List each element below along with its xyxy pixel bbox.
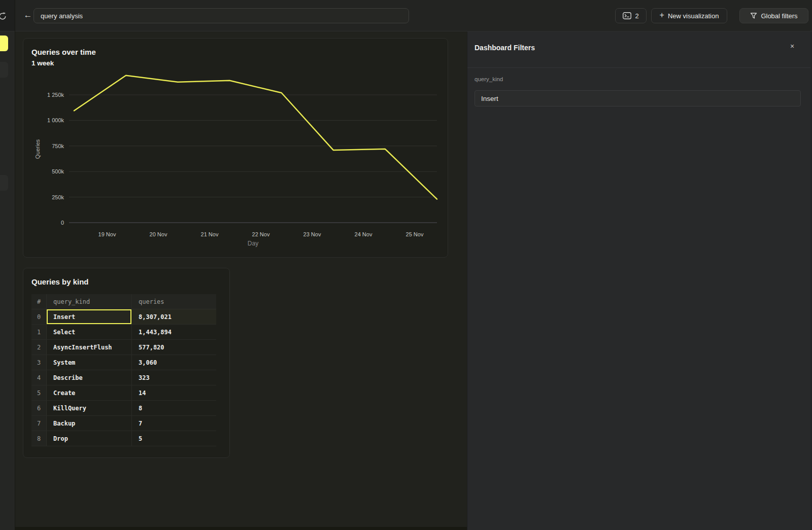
cell-queries[interactable]: 14 [132, 385, 216, 400]
chart-title: Queries over time [31, 48, 96, 56]
cell-query-kind[interactable]: KillQuery [47, 401, 132, 415]
x-tick-label: 23 Nov [303, 231, 321, 237]
cell-query-kind[interactable]: Select [47, 325, 132, 339]
filters-panel-title: Dashboard Filters [475, 44, 535, 52]
plus-icon: + [660, 11, 664, 19]
cell-query-kind[interactable]: Describe [47, 370, 132, 385]
console-count: 2 [635, 12, 638, 20]
cell-query-kind[interactable]: Insert [47, 309, 132, 324]
queries-by-kind-card: Queries by kind #query_kindqueries0Inser… [23, 268, 230, 458]
x-tick-label: 22 Nov [252, 231, 270, 237]
x-tick-label: 19 Nov [98, 231, 116, 237]
queries-over-time-chart: 0250k500k750k1 000k1 250k19 Nov20 Nov21 … [23, 39, 449, 258]
cell-row-index[interactable]: 3 [31, 355, 47, 370]
new-visualization-button[interactable]: + New visualization [651, 8, 727, 23]
global-filters-label: Global filters [761, 12, 797, 20]
table-row[interactable]: 8Drop5 [31, 431, 216, 446]
cell-queries[interactable]: 7 [132, 416, 216, 431]
table-row[interactable]: 7Backup7 [31, 416, 216, 431]
y-tick-label: 1 000k [47, 117, 64, 123]
x-tick-label: 20 Nov [150, 231, 167, 237]
queries-by-kind-table: #query_kindqueries0Insert8,307,0211Selec… [31, 294, 216, 446]
cell-row-index[interactable]: 0 [31, 309, 47, 324]
top-bar: ← 2 + New visualization Global fi [15, 0, 812, 31]
column-header-query_kind[interactable]: query_kind [47, 294, 132, 309]
global-filters-button[interactable]: Global filters [739, 8, 808, 23]
y-tick-label: 250k [52, 194, 64, 200]
terminal-icon [623, 12, 631, 19]
cell-queries[interactable]: 1,443,894 [132, 325, 216, 339]
table-row[interactable]: 4Describe323 [31, 370, 216, 385]
table-row[interactable]: 3System3,060 [31, 355, 216, 370]
dashboard-app: ← 2 + New visualization Global fi [0, 0, 812, 530]
y-tick-label: 1 250k [47, 92, 64, 98]
cell-queries[interactable]: 323 [132, 370, 216, 385]
cell-row-index[interactable]: 6 [31, 401, 47, 415]
x-axis-title: Day [248, 240, 258, 247]
cell-query-kind[interactable]: Create [47, 385, 132, 400]
cell-row-index[interactable]: 8 [31, 431, 47, 446]
cell-queries[interactable]: 5 [132, 431, 216, 446]
dashboard-title-input[interactable] [33, 8, 409, 23]
x-tick-label: 25 Nov [406, 231, 424, 237]
y-tick-label: 750k [52, 143, 64, 149]
cell-row-index[interactable]: 5 [31, 385, 47, 400]
table-row[interactable]: 2AsyncInsertFlush577,820 [31, 340, 216, 355]
query-kind-filter-label: query_kind [475, 76, 503, 82]
rail-top-cap [0, 0, 15, 31]
rail-tile[interactable] [0, 62, 8, 78]
x-tick-label: 24 Nov [355, 231, 373, 237]
cell-queries[interactable]: 577,820 [132, 340, 216, 355]
bottom-edge-strip [15, 527, 467, 530]
cell-queries[interactable]: 3,060 [132, 355, 216, 370]
funnel-icon [750, 12, 757, 19]
table-row[interactable]: 0Insert8,307,021 [31, 309, 216, 325]
cell-query-kind[interactable]: AsyncInsertFlush [47, 340, 132, 355]
back-arrow-icon: ← [24, 10, 32, 20]
table-title: Queries by kind [31, 277, 89, 286]
cell-queries[interactable]: 8,307,021 [132, 309, 216, 324]
chart-subtitle: 1 week [31, 59, 54, 67]
y-tick-label: 500k [52, 168, 64, 174]
new-visualization-label: New visualization [668, 12, 719, 20]
cell-queries[interactable]: 8 [132, 401, 216, 415]
refresh-icon[interactable] [0, 11, 8, 21]
cell-row-index[interactable]: 7 [31, 416, 47, 431]
series-line-queries [74, 76, 437, 199]
column-header-#[interactable]: # [31, 294, 47, 309]
table-row[interactable]: 1Select1,443,894 [31, 325, 216, 340]
table-row[interactable]: 6KillQuery8 [31, 401, 216, 416]
main-content: 0250k500k750k1 000k1 250k19 Nov20 Nov21 … [15, 31, 467, 530]
cell-row-index[interactable]: 4 [31, 370, 47, 385]
cell-query-kind[interactable]: Backup [47, 416, 132, 431]
x-tick-label: 21 Nov [201, 231, 219, 237]
console-count-button[interactable]: 2 [615, 8, 647, 23]
panel-divider [467, 67, 812, 68]
column-header-queries[interactable]: queries [132, 294, 216, 309]
rail-tile-active[interactable] [0, 36, 8, 51]
rail-tile[interactable] [0, 175, 8, 191]
query-kind-filter-input[interactable] [475, 90, 801, 107]
cell-row-index[interactable]: 2 [31, 340, 47, 355]
cell-query-kind[interactable]: System [47, 355, 132, 370]
cell-row-index[interactable]: 1 [31, 325, 47, 339]
left-rail [0, 0, 15, 530]
cell-query-kind[interactable]: Drop [47, 431, 132, 446]
close-icon: × [790, 42, 794, 50]
table-row[interactable]: 5Create14 [31, 385, 216, 401]
y-axis-title: Queries [35, 139, 41, 159]
dashboard-filters-panel: Dashboard Filters × query_kind [467, 31, 812, 530]
table-header-row: #query_kindqueries [31, 294, 216, 309]
y-tick-label: 0 [61, 220, 64, 226]
close-panel-button[interactable]: × [787, 41, 798, 52]
queries-over-time-card: 0250k500k750k1 000k1 250k19 Nov20 Nov21 … [23, 38, 448, 258]
